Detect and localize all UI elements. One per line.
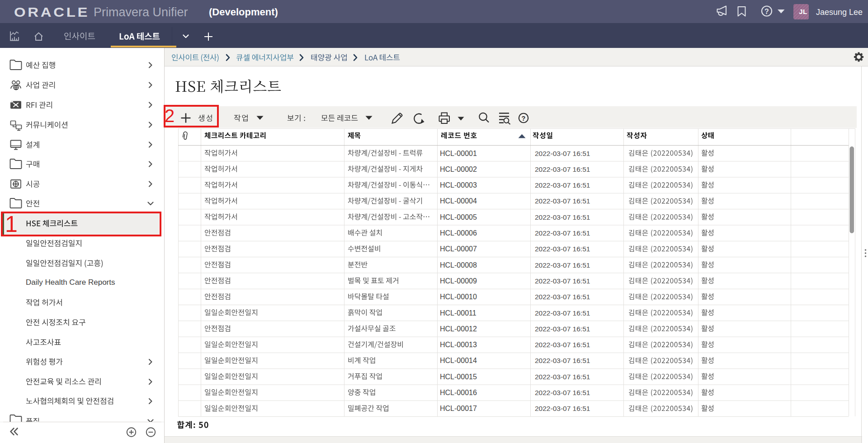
svg-text:?: ? <box>522 115 526 122</box>
svg-text:?: ? <box>764 8 769 15</box>
